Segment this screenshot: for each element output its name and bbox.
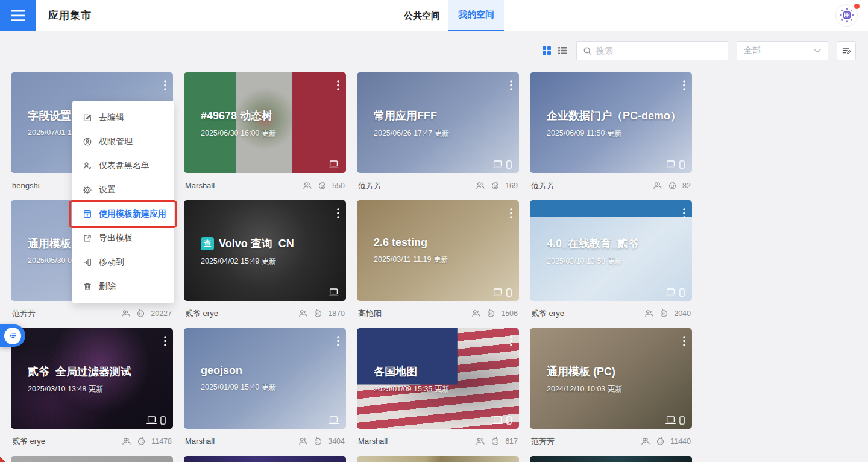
app-card-cover[interactable] (11, 456, 173, 462)
app-card[interactable]: 2.6 testing 2025/03/11 11:19 更新 高艳阳 1506 (357, 200, 519, 328)
menu-item-delete[interactable]: 删除 (72, 274, 174, 299)
device-icons (146, 416, 166, 425)
card-author: 范芳芳 (531, 180, 555, 191)
list-view-button[interactable] (557, 45, 568, 56)
sort-edit-button[interactable] (837, 41, 856, 60)
edit-icon (83, 113, 92, 122)
menu-item-permission[interactable]: 权限管理 (72, 130, 174, 154)
menu-item-move-to[interactable]: 移动到 (72, 250, 174, 274)
card-menu-button[interactable] (508, 334, 515, 350)
user-avatar[interactable] (835, 4, 858, 27)
members-icon (298, 309, 308, 318)
filter-select[interactable]: 全部 (737, 41, 828, 60)
app-card[interactable]: 4.0_在线教育_贰爷 2025/03/10 13:58 更新 贰爷 erye … (530, 200, 692, 328)
visits-icon (318, 181, 327, 190)
visits-icon (491, 181, 500, 190)
members-icon (298, 437, 308, 446)
visits-icon (313, 437, 322, 446)
menu-item-label: 仪表盘黑名单 (99, 160, 149, 171)
app-card-cover[interactable]: #49678 动态树 2025/06/30 16:00 更新 (184, 72, 346, 173)
app-card-cover[interactable]: geojson 2025/01/09 15:40 更新 (184, 328, 346, 429)
app-card[interactable]: 常用应用FFF 2025/06/26 17:47 更新 范芳芳 169 (357, 72, 519, 200)
menu-item-label: 去编辑 (99, 112, 124, 123)
app-card-cover[interactable] (357, 456, 519, 462)
card-menu-button[interactable] (681, 206, 688, 223)
visits-icon (313, 309, 322, 318)
card-menu-button[interactable] (508, 206, 515, 223)
app-card[interactable]: geojson 2025/01/09 15:40 更新 Marshall 340… (184, 328, 346, 456)
grid-view-button[interactable] (541, 45, 552, 56)
hamburger-menu-button[interactable] (0, 0, 36, 31)
app-card-cover[interactable]: 企业数据门户（PC-demo） 2025/06/09 11:50 更新 (530, 72, 692, 173)
card-updated-date: 2025/01/09 15:40 更新 (201, 382, 338, 393)
floating-panel-toggle[interactable] (0, 324, 25, 347)
app-card[interactable]: 查 Volvo 查询_CN 2025/04/02 15:49 更新 贰爷 ery… (184, 200, 346, 328)
card-updated-date: 2025/01/09 15:35 更新 (374, 384, 511, 394)
card-title: 4.0_在线教育_贰爷 (547, 236, 639, 251)
app-card-partial[interactable] (11, 456, 173, 462)
views-count: 3404 (328, 437, 345, 446)
move-icon (83, 258, 92, 267)
visits-icon (491, 437, 500, 446)
card-updated-date: 2025/06/09 11:50 更新 (547, 128, 684, 139)
app-card-cover[interactable]: 常用应用FFF 2025/06/26 17:47 更新 (357, 72, 519, 173)
card-title: 通用模板 (PC) (547, 364, 615, 379)
members-icon (644, 309, 654, 318)
export-icon (83, 233, 92, 243)
app-card-partial[interactable] (184, 456, 346, 462)
app-card-cover[interactable]: 4.0_在线教育_贰爷 2025/03/10 13:58 更新 (530, 200, 692, 301)
card-menu-button[interactable] (508, 78, 515, 95)
app-card-cover[interactable]: 通用模板 (PC) 2024/12/10 10:03 更新 (530, 328, 692, 429)
card-stats: 169 (476, 181, 518, 190)
card-menu-button[interactable] (335, 334, 342, 350)
tab-public-space[interactable]: 公共空间 (395, 0, 448, 31)
visits-icon (659, 309, 668, 318)
app-card-cover[interactable] (530, 456, 692, 462)
card-stats: 82 (653, 181, 691, 190)
card-menu-button[interactable] (681, 334, 688, 350)
menu-item-new-from-template[interactable]: 使用模板新建应用 (72, 202, 174, 226)
app-card-cover[interactable]: 2.6 testing 2025/03/11 11:19 更新 (357, 200, 519, 301)
card-menu-button[interactable] (162, 78, 169, 95)
settings-icon (83, 185, 92, 195)
menu-item-blacklist[interactable]: 仪表盘黑名单 (72, 154, 174, 178)
app-card[interactable]: #49678 动态树 2025/06/30 16:00 更新 Marshall … (184, 72, 346, 200)
menu-item-settings[interactable]: 设置 (72, 178, 174, 202)
menu-item-label: 权限管理 (99, 136, 133, 147)
card-updated-date: 2025/04/02 15:49 更新 (201, 256, 338, 267)
card-menu-button[interactable] (162, 334, 169, 350)
mobile-icon (679, 416, 685, 425)
app-card[interactable]: 贰爷_全局过滤器测试 2025/03/10 13:48 更新 贰爷 erye 1… (11, 328, 173, 456)
menu-item-edit[interactable]: 去编辑 (72, 106, 174, 130)
card-menu-button[interactable] (335, 206, 342, 223)
filter-selected-value: 全部 (744, 45, 761, 56)
clipped-red-shape (0, 457, 5, 462)
menu-item-label: 删除 (99, 281, 116, 292)
device-icons (492, 416, 512, 425)
tab-my-space[interactable]: 我的空间 (448, 0, 504, 31)
hamburger-icon (11, 10, 25, 21)
app-card[interactable]: 各国地图 2025/01/09 15:35 更新 Marshall 617 (357, 328, 519, 456)
device-icons (665, 416, 685, 425)
card-menu-button[interactable] (335, 78, 342, 95)
app-card-partial[interactable] (357, 456, 519, 462)
pc-icon (329, 288, 339, 297)
card-updated-date: 2025/03/10 13:58 更新 (547, 256, 684, 267)
app-card-cover[interactable]: 各国地图 2025/01/09 15:35 更新 (357, 328, 519, 429)
app-card-partial[interactable] (530, 456, 692, 462)
card-menu-button[interactable] (681, 78, 688, 95)
app-card-cover[interactable] (184, 456, 346, 462)
app-card-cover[interactable]: 贰爷_全局过滤器测试 2025/03/10 13:48 更新 (11, 328, 173, 429)
card-updated-date: 2024/12/10 10:03 更新 (547, 384, 684, 394)
device-icons (665, 288, 685, 297)
card-stats: 3404 (298, 437, 345, 446)
search-input[interactable] (596, 46, 722, 55)
app-card-cover[interactable]: 查 Volvo 查询_CN 2025/04/02 15:49 更新 (184, 200, 346, 301)
menu-item-export-template[interactable]: 导出模板 (72, 226, 174, 250)
new-from-template-icon (83, 209, 92, 219)
app-header: 应用集市 公共空间我的空间 (0, 0, 868, 31)
app-card[interactable]: 通用模板 (PC) 2024/12/10 10:03 更新 范芳芳 11440 (530, 328, 692, 456)
card-author: 贰爷 erye (531, 308, 564, 319)
views-count: 169 (505, 182, 518, 190)
app-card[interactable]: 企业数据门户（PC-demo） 2025/06/09 11:50 更新 范芳芳 … (530, 72, 692, 200)
